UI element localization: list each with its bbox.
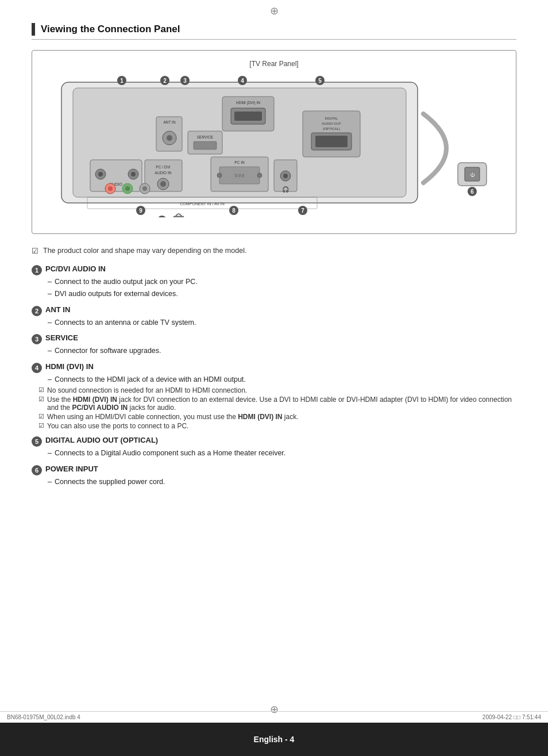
section-header-1: 1 PC/DVI AUDIO IN: [32, 264, 516, 275]
svg-rect-66: [173, 216, 184, 217]
section-header-3: 3 SERVICE: [32, 333, 516, 344]
svg-point-26: [167, 135, 172, 141]
section-header-6: 6 POWER INPUT: [32, 465, 516, 475]
list-item: Connects to an antenna or cable TV syste…: [48, 317, 516, 328]
svg-text:4: 4: [241, 78, 244, 84]
svg-text:COMPONENT IN / AV IN: COMPONENT IN / AV IN: [180, 202, 225, 206]
meta-bar: BN68-01975M_00L02.indb 4 2009-04-22 □□ 7…: [0, 711, 548, 723]
svg-point-53: [108, 186, 113, 191]
section-header-5: 5 DIGITAL AUDIO OUT (OPTICAL): [32, 436, 516, 447]
svg-text:3: 3: [183, 78, 187, 84]
crosshair-top-icon: ⊕: [270, 5, 279, 17]
svg-text:⏻: ⏻: [470, 172, 475, 178]
sub-list-4: Connects to the HDMI jack of a device wi…: [32, 374, 516, 385]
note-block: ☑ The product color and shape may vary d…: [32, 247, 516, 255]
svg-point-17: [131, 172, 136, 176]
note-icon-sm: ☑: [38, 396, 44, 403]
svg-point-42: [283, 174, 288, 178]
note-icon-sm: ☑: [38, 386, 44, 394]
section-number-1: 1: [32, 265, 42, 275]
section-item-3: 3 SERVICE Connector for software upgrade…: [32, 333, 516, 356]
svg-text:SERVICE: SERVICE: [197, 135, 214, 139]
meta-left: BN68-01975M_00L02.indb 4: [7, 714, 80, 720]
svg-point-55: [125, 186, 130, 191]
svg-text:8: 8: [232, 208, 236, 214]
svg-text:9: 9: [139, 208, 142, 214]
section-item-5: 5 DIGITAL AUDIO OUT (OPTICAL) Connects t…: [32, 436, 516, 459]
sub-note-4-4: ☑ You can also use the ports to connect …: [32, 422, 516, 430]
svg-rect-49: [315, 136, 348, 147]
list-item: Connector for software upgrades.: [48, 346, 516, 356]
svg-text:2: 2: [163, 78, 167, 84]
note-icon: ☑: [32, 247, 38, 255]
svg-point-38: [217, 173, 222, 178]
section-item-6: 6 POWER INPUT Connects the supplied powe…: [32, 465, 516, 488]
svg-text:PC / DVI: PC / DVI: [156, 165, 170, 169]
page-title: Viewing the Connection Panel: [41, 24, 180, 35]
svg-text:⠿⠿⠿: ⠿⠿⠿: [234, 174, 245, 179]
svg-text:🎧: 🎧: [282, 186, 290, 193]
sub-note-4-3: ☑ When using an HDMI/DVI cable connectio…: [32, 413, 516, 421]
section-number-4: 4: [32, 363, 42, 373]
sub-note-text: Use the HDMI (DVI) IN jack for DVI conne…: [47, 396, 516, 412]
svg-text:PC IN: PC IN: [234, 160, 245, 164]
sub-list-1: Connect to the audio output jack on your…: [32, 277, 516, 300]
section-title-4: HDMI (DVI) IN: [45, 362, 94, 371]
section-number-2: 2: [32, 306, 42, 316]
footer-text: English - 4: [254, 735, 295, 744]
section-item-2: 2 ANT IN Connects to an antenna or cable…: [32, 305, 516, 328]
svg-text:DIGITAL: DIGITAL: [325, 117, 339, 120]
svg-text:(OPTICAL): (OPTICAL): [323, 127, 340, 131]
svg-text:5: 5: [318, 78, 322, 84]
sub-list-6: Connects the supplied power cord.: [32, 477, 516, 488]
svg-text:1: 1: [120, 78, 124, 84]
svg-rect-33: [234, 112, 262, 121]
svg-point-57: [142, 186, 147, 191]
svg-text:AUDIO OUT: AUDIO OUT: [322, 122, 341, 125]
list-item: Connects to the HDMI jack of a device wi…: [48, 374, 516, 385]
svg-rect-29: [194, 141, 217, 149]
note-icon-sm: ☑: [38, 422, 44, 429]
tv-diagram-container: [TV Rear Panel] 1 2 3 4 5 – AU: [32, 50, 516, 234]
section-title-1: PC/DVI AUDIO IN: [45, 264, 106, 273]
section-header-2: 2 ANT IN: [32, 305, 516, 316]
note-text: The product color and shape may vary dep…: [43, 247, 246, 255]
sub-list-2: Connects to an antenna or cable TV syste…: [32, 317, 516, 328]
list-item: Connects the supplied power cord.: [48, 477, 516, 488]
section-header-4: 4 HDMI (DVI) IN: [32, 362, 516, 373]
section-title-3: SERVICE: [45, 333, 78, 342]
section-title-6: POWER INPUT: [45, 465, 98, 473]
sub-list-3: Connector for software upgrades.: [32, 346, 516, 356]
svg-point-39: [257, 173, 262, 178]
svg-text:HDMI (DVI)  IN: HDMI (DVI) IN: [236, 101, 260, 105]
section-title-2: ANT IN: [45, 305, 70, 314]
tv-rear-label: [TV Rear Panel]: [44, 60, 504, 68]
tv-panel-svg: 1 2 3 4 5 – AUDIO – PC / DVI AUDIO IN: [56, 74, 492, 217]
list-item: DVI audio outputs for external devices.: [48, 289, 516, 300]
section-title-5: DIGITAL AUDIO OUT (OPTICAL): [45, 436, 158, 444]
sub-note-text: No sound connection is needed for an HDM…: [47, 386, 247, 394]
section-number-3: 3: [32, 334, 42, 344]
section-item-4: 4 HDMI (DVI) IN Connects to the HDMI jac…: [32, 362, 516, 430]
section-item-1: 1 PC/DVI AUDIO IN Connect to the audio o…: [32, 264, 516, 300]
sub-note-text: You can also use the ports to connect to…: [47, 422, 188, 430]
svg-text:AUDIO IN: AUDIO IN: [155, 171, 172, 175]
meta-right: 2009-04-22 □□ 7:51:44: [483, 714, 541, 720]
svg-text:7: 7: [301, 208, 304, 214]
section-list: 1 PC/DVI AUDIO IN Connect to the audio o…: [32, 264, 516, 487]
sub-list-5: Connects to a Digital Audio component su…: [32, 448, 516, 459]
page-footer: English - 4: [0, 723, 548, 756]
note-icon-sm: ☑: [38, 413, 44, 420]
sub-note-4-2: ☑ Use the HDMI (DVI) IN jack for DVI con…: [32, 396, 516, 412]
page-wrapper: ⊕ Viewing the Connection Panel [TV Rear …: [0, 0, 548, 756]
svg-point-22: [160, 181, 166, 187]
svg-point-15: [98, 172, 103, 176]
svg-text:6: 6: [470, 189, 474, 195]
sub-note-4-1: ☑ No sound connection is needed for an H…: [32, 386, 516, 394]
header-bar-accent: [32, 23, 35, 36]
section-number-6: 6: [32, 465, 42, 475]
svg-text:ANT IN: ANT IN: [163, 120, 175, 124]
page-header: Viewing the Connection Panel: [32, 23, 516, 40]
list-item: Connects to a Digital Audio component su…: [48, 448, 516, 459]
list-item: Connect to the audio output jack on your…: [48, 277, 516, 287]
